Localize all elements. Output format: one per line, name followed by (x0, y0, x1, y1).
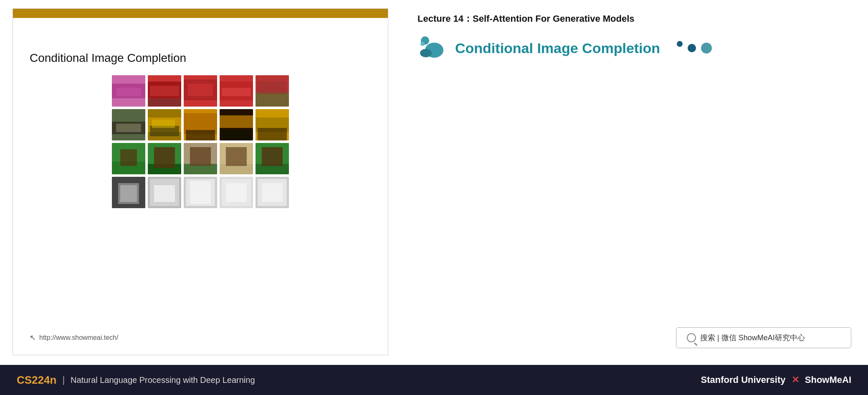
image-cell-horse-1 (112, 143, 145, 174)
topic-title: Conditional Image Completion (455, 40, 660, 56)
svg-rect-38 (184, 143, 217, 174)
svg-rect-14 (256, 92, 289, 107)
right-panel: Lecture 14：Self-Attention For Generative… (401, 0, 868, 365)
search-box[interactable]: 搜索 | 微信 ShowMeAI研究中心 (676, 327, 851, 348)
dots-container (677, 43, 712, 54)
url-text: http://www.showmeai.tech/ (39, 334, 118, 341)
svg-rect-36 (148, 164, 181, 174)
svg-rect-13 (256, 75, 289, 107)
svg-rect-10 (220, 75, 253, 107)
footer-brand: ShowMeAI (805, 375, 851, 385)
svg-rect-60 (258, 179, 287, 206)
image-row-horses (112, 143, 289, 174)
footer-description: Natural Language Processing with Deep Le… (71, 375, 255, 385)
image-cell-horse-3 (184, 143, 217, 174)
svg-rect-2 (116, 88, 141, 96)
footer-right: Stanford University ✕ ShowMeAI (701, 375, 851, 385)
slide-header-bar (13, 9, 388, 18)
footer-course: CS224n (17, 374, 56, 387)
footer-separator: | (62, 375, 65, 385)
svg-rect-51 (150, 179, 179, 206)
svg-rect-6 (148, 98, 181, 107)
svg-rect-50 (148, 177, 181, 208)
image-cell-horse-5 (256, 143, 289, 174)
svg-rect-46 (262, 147, 283, 166)
svg-rect-35 (148, 143, 181, 174)
svg-rect-26 (220, 109, 253, 140)
svg-rect-9 (188, 84, 213, 96)
svg-rect-23 (184, 109, 217, 140)
svg-rect-18 (116, 124, 141, 132)
svg-rect-19 (148, 109, 181, 140)
svg-point-65 (420, 42, 425, 46)
image-cell-bull-1 (112, 109, 145, 140)
image-cell-car-2 (148, 75, 181, 107)
svg-rect-28 (222, 130, 251, 140)
svg-rect-20 (148, 117, 181, 132)
image-row-bulldozers (112, 109, 289, 140)
footer: CS224n | Natural Language Processing wit… (0, 365, 868, 395)
svg-rect-29 (256, 109, 289, 140)
svg-rect-54 (186, 179, 215, 206)
svg-rect-17 (112, 122, 145, 134)
image-cell-dog-4 (220, 177, 253, 208)
image-cell-dog-3 (184, 177, 217, 208)
footer-university: Stanford University (701, 375, 786, 385)
svg-rect-44 (256, 143, 289, 174)
svg-rect-4 (148, 82, 181, 98)
svg-rect-34 (120, 149, 137, 166)
image-cell-dog-2 (148, 177, 181, 208)
svg-rect-57 (222, 179, 251, 206)
svg-rect-22 (152, 120, 175, 128)
search-icon (687, 333, 696, 342)
topic-header: Conditional Image Completion (418, 36, 851, 61)
svg-rect-27 (220, 115, 253, 128)
image-grid (30, 75, 371, 208)
cursor-icon: ↖ (30, 333, 36, 342)
svg-rect-16 (112, 109, 145, 140)
dot-small (677, 41, 683, 47)
image-cell-bull-3 (184, 109, 217, 140)
svg-rect-45 (256, 164, 289, 174)
svg-rect-49 (120, 185, 137, 202)
svg-rect-11 (220, 82, 253, 100)
svg-rect-1 (112, 84, 145, 98)
image-cell-horse-2 (148, 143, 181, 174)
search-box-area: 搜索 | 微信 ShowMeAI研究中心 (418, 327, 851, 357)
search-text: 搜索 | 微信 ShowMeAI研究中心 (700, 333, 805, 343)
svg-point-64 (420, 49, 432, 57)
slide-panel: Conditional Image Completion (13, 8, 388, 355)
svg-rect-37 (154, 147, 175, 168)
svg-rect-61 (262, 183, 283, 202)
svg-rect-24 (184, 113, 217, 134)
svg-rect-47 (112, 177, 145, 208)
footer-left: CS224n | Natural Language Processing wit… (17, 374, 255, 387)
svg-rect-21 (150, 126, 179, 136)
svg-rect-32 (112, 143, 145, 174)
image-row-dogs (112, 177, 289, 208)
footer-x-separator: ✕ (792, 375, 799, 385)
svg-rect-0 (112, 75, 145, 107)
dot-medium (688, 44, 696, 52)
image-cell-horse-4 (220, 143, 253, 174)
svg-rect-15 (258, 82, 287, 94)
svg-rect-12 (222, 88, 251, 96)
svg-rect-8 (184, 79, 217, 100)
image-cell-dog-1 (112, 177, 145, 208)
svg-rect-55 (190, 181, 211, 204)
dot-large (701, 43, 712, 54)
svg-rect-56 (220, 177, 253, 208)
image-cell-car-3 (184, 75, 217, 107)
svg-rect-58 (226, 183, 247, 202)
svg-rect-5 (150, 86, 179, 96)
svg-rect-40 (190, 147, 211, 166)
brand-logo (418, 36, 447, 61)
image-cell-car-4 (220, 75, 253, 107)
image-cell-car-1 (112, 75, 145, 107)
image-row-cars (112, 75, 289, 107)
svg-rect-25 (186, 130, 215, 140)
svg-rect-3 (148, 75, 181, 107)
main-area: Conditional Image Completion (0, 0, 868, 365)
image-cell-bull-2 (148, 109, 181, 140)
image-cell-bull-5 (256, 109, 289, 140)
